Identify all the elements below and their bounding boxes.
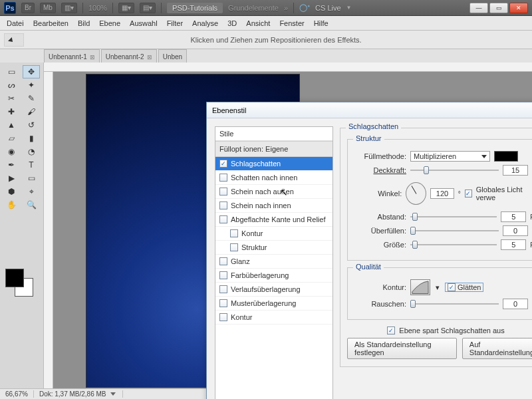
style-row-1[interactable]: Schatten nach innen: [215, 171, 332, 185]
marquee-tool[interactable]: ▭: [3, 65, 20, 78]
doc-tab-3[interactable]: Unben: [158, 49, 187, 63]
menu-fenster[interactable]: Fenster: [279, 19, 304, 27]
spread-input[interactable]: 0: [503, 225, 528, 236]
minimize-button[interactable]: ―: [469, 3, 488, 13]
style-checkbox[interactable]: [230, 243, 238, 251]
size-slider[interactable]: [410, 240, 497, 249]
workspace-essentials[interactable]: Grundelemente: [228, 4, 279, 12]
reset-default-button[interactable]: Auf Standardeinstellung: [462, 338, 532, 359]
bridge-button[interactable]: Br: [21, 3, 35, 13]
style-row-6[interactable]: Struktur: [215, 241, 332, 255]
minibridge-button[interactable]: Mb: [40, 3, 56, 13]
dialog-title-bar[interactable]: Ebenenstil: [207, 102, 532, 118]
workspace-more[interactable]: »: [284, 4, 288, 12]
screen-mode-button[interactable]: ▥▾: [61, 3, 77, 13]
menu-hilfe[interactable]: Hilfe: [314, 19, 329, 27]
style-checkbox[interactable]: [219, 201, 227, 209]
doc-tab-1[interactable]: Unbenannt-1⊠: [44, 49, 100, 63]
menu-filter[interactable]: Filter: [167, 19, 183, 27]
arrange-docs-button[interactable]: ▤▾: [140, 3, 156, 13]
style-row-8[interactable]: Farbüberlagerung: [215, 269, 332, 283]
maximize-button[interactable]: ▭: [489, 3, 508, 13]
style-checkbox[interactable]: [230, 229, 238, 237]
close-icon[interactable]: ⊠: [90, 54, 95, 61]
style-checkbox[interactable]: [219, 313, 227, 321]
knockout-checkbox[interactable]: [387, 327, 395, 334]
menu-bild[interactable]: Bild: [78, 19, 90, 27]
eyedropper-tool[interactable]: ✎: [23, 92, 40, 105]
shadow-color-swatch[interactable]: [494, 151, 518, 162]
3d-tool[interactable]: ⬢: [3, 185, 20, 198]
style-checkbox[interactable]: [219, 160, 227, 168]
dodge-tool[interactable]: ◔: [23, 145, 40, 158]
contour-dropdown[interactable]: ▾: [434, 283, 441, 292]
spread-slider[interactable]: [410, 226, 499, 235]
3d-camera-tool[interactable]: ⌖: [23, 185, 40, 198]
style-checkbox[interactable]: [219, 188, 227, 196]
blending-options-row[interactable]: Füllopt ionen: Eigene: [215, 141, 332, 157]
crop-tool[interactable]: ✂: [3, 92, 20, 105]
style-checkbox[interactable]: [219, 299, 227, 307]
style-row-2[interactable]: Schein nach außen: [215, 185, 332, 199]
brush-tool[interactable]: 🖌: [23, 105, 40, 118]
status-doc-info[interactable]: Dok: 1,37 MB/2,86 MB: [34, 390, 123, 398]
blend-mode-select[interactable]: Multiplizieren: [410, 151, 490, 162]
status-zoom[interactable]: 66,67%: [0, 390, 34, 398]
style-row-0[interactable]: Schlagschatten: [215, 157, 332, 171]
move-tool[interactable]: ✥: [23, 65, 40, 78]
opacity-slider[interactable]: [410, 166, 499, 175]
style-checkbox[interactable]: [219, 285, 227, 293]
doc-tab-2[interactable]: Unbenannt-2⊠: [101, 49, 157, 63]
style-checkbox[interactable]: [219, 215, 227, 223]
angle-input[interactable]: 120: [430, 188, 454, 199]
global-light-checkbox[interactable]: [465, 190, 472, 198]
distance-input[interactable]: 5: [501, 211, 526, 222]
noise-slider[interactable]: [410, 299, 499, 309]
eraser-tool[interactable]: ▱: [3, 132, 20, 145]
style-row-10[interactable]: Musterüberlagerung: [215, 297, 332, 311]
view-extras-button[interactable]: ▦▾: [118, 3, 134, 13]
hand-tool[interactable]: ✋: [3, 198, 20, 211]
style-row-4[interactable]: Abgeflachte Kante und Relief: [215, 213, 332, 227]
style-checkbox[interactable]: [219, 257, 227, 265]
style-row-7[interactable]: Glanz: [215, 255, 332, 269]
foreground-color[interactable]: [5, 269, 24, 287]
size-input[interactable]: 5: [501, 239, 526, 250]
shape-tool[interactable]: ▭: [23, 172, 40, 185]
noise-input[interactable]: 0: [503, 299, 528, 309]
angle-dial[interactable]: [406, 182, 426, 205]
menu-bearbeiten[interactable]: Bearbeiten: [33, 19, 68, 27]
color-swatches[interactable]: [5, 269, 39, 298]
path-select-tool[interactable]: ▶: [3, 172, 20, 185]
menu-ebene[interactable]: Ebene: [99, 19, 120, 27]
type-tool[interactable]: T: [23, 158, 40, 172]
style-row-11[interactable]: Kontur: [215, 311, 332, 325]
menu-auswahl[interactable]: Auswahl: [130, 19, 158, 27]
style-row-3[interactable]: Schein nach innen: [215, 199, 332, 213]
opacity-input[interactable]: 15: [503, 165, 528, 176]
pen-tool[interactable]: ✒: [3, 158, 20, 172]
contour-picker[interactable]: [410, 279, 430, 295]
style-checkbox[interactable]: [219, 174, 227, 182]
antialias-checkbox[interactable]: [448, 283, 456, 291]
style-row-5[interactable]: Kontur: [215, 227, 332, 241]
workspace-active[interactable]: PSD-Tutorials: [167, 3, 223, 13]
zoom-tool[interactable]: 🔍: [23, 198, 40, 211]
blur-tool[interactable]: ◉: [3, 145, 20, 158]
history-brush-tool[interactable]: ↺: [23, 118, 40, 132]
make-default-button[interactable]: Als Standardeinstellung festlegen: [347, 338, 457, 359]
style-row-9[interactable]: Verlaufsüberlagerung: [215, 283, 332, 297]
gradient-tool[interactable]: ▮: [23, 132, 40, 145]
move-tool-indicator[interactable]: [4, 33, 24, 47]
lasso-tool[interactable]: ᔕ: [3, 78, 20, 92]
distance-slider[interactable]: [410, 212, 497, 221]
healing-tool[interactable]: ✚: [3, 105, 20, 118]
menu-datei[interactable]: Datei: [7, 19, 24, 27]
wand-tool[interactable]: ✦: [23, 78, 40, 92]
style-checkbox[interactable]: [219, 271, 227, 279]
close-button[interactable]: ✕: [509, 3, 528, 13]
cslive-button[interactable]: CS Live: [315, 4, 341, 12]
close-icon[interactable]: ⊠: [147, 54, 152, 61]
zoom-level[interactable]: 100%: [88, 4, 107, 12]
menu-3d[interactable]: 3D: [227, 19, 237, 27]
